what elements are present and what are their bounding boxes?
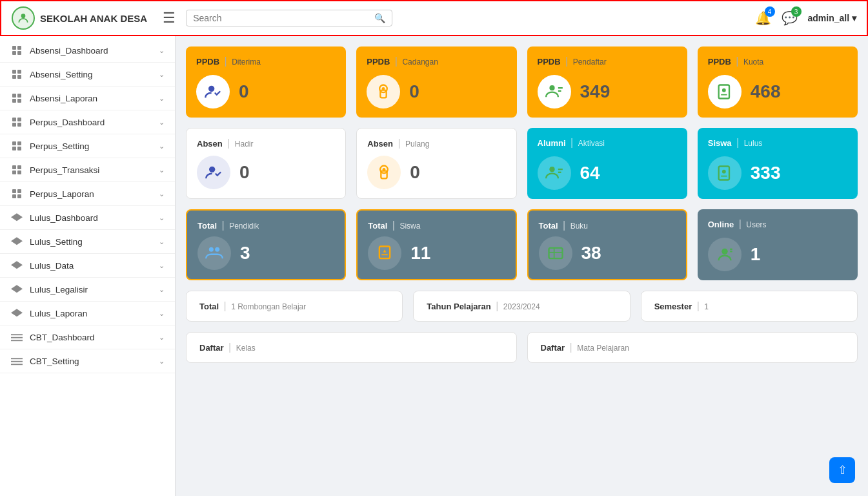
daftar-kelas-title: Daftar [199,343,224,353]
card-absen-pulang-label: Pulang [405,140,429,149]
chevron-icon: ⌄ [159,285,165,294]
daftar-kelas-label: Kelas [236,344,256,353]
svg-marker-35 [383,249,387,253]
sidebar-item-lulus-dashboard[interactable]: Lulus_Dashboard ⌄ [0,206,175,230]
sidebar-label-perpus-setting: Perpus_Setting [30,141,89,151]
absen-cards-row: Absen | Hadir 0 [186,128,858,199]
sidebar-item-perpus-transaksi[interactable]: Perpus_Transaksi ⌄ [0,158,175,182]
svg-point-40 [722,249,727,254]
card-ppdb-pendaftar: PPDB | Pendaftar 349 [527,46,687,118]
card-ppdb-diterima-header: PPDB | Diterima [196,56,336,67]
total-siswa-icon [368,236,401,270]
card-absen-pulang-title: Absen [367,139,393,149]
search-bar: 🔍 [186,10,392,26]
chevron-icon: ⌄ [159,214,165,222]
search-icon: 🔍 [374,13,385,23]
absen-pulang-icon [367,156,401,189]
total-cards-row: Total | Pendidik 3 [186,209,858,280]
lulus-data-icon [10,260,23,271]
ppdb-cards-row: PPDB | Diterima 0 [186,46,858,118]
card-absen-pulang: Absen | Pulang 0 [356,128,516,199]
sidebar-label-perpus-transaksi: Perpus_Transaksi [30,165,99,175]
card-total-buku-label: Buku [570,222,588,231]
lulus-dashboard-icon [10,212,23,223]
card-ppdb-cadangan: PPDB | Cadangan 0 [356,46,516,118]
card-absen-pulang-value: 0 [410,162,420,183]
sidebar-item-lulus-legalisir[interactable]: Lulus_Legalisir ⌄ [0,278,175,302]
topnav-right: 🔔 4 💬 3 admin_all ▾ [755,10,856,26]
sidebar-item-absensi-setting[interactable]: Absensi_Setting ⌄ [0,63,175,87]
card-ppdb-diterima-value: 0 [239,81,249,102]
card-daftar-mapel: Daftar | Mata Pelajaran [527,332,858,363]
sidebar-item-absensi-laporan[interactable]: Absensi_Laporan ⌄ [0,87,175,110]
sidebar-label-cbt-setting: CBT_Setting [30,356,79,366]
messages-button[interactable]: 💬 3 [782,10,798,26]
card-siswa-lulus-value: 333 [751,163,781,183]
card-ppdb-cadangan-value: 0 [409,81,419,102]
sidebar-item-cbt-setting[interactable]: CBT_Setting ⌄ [0,349,175,373]
notifications-button[interactable]: 🔔 4 [755,10,771,26]
sidebar-item-cbt-dashboard[interactable]: CBT_Dashboard ⌄ [0,326,175,349]
card-online-users: Online | Users 1 [698,209,858,280]
sidebar-label-lulus-setting: Lulus_Setting [30,237,83,247]
card-ppdb-diterima-label: Diterima [232,57,261,67]
semester-label: 1 [704,302,709,311]
sidebar-label-absensi-setting: Absensi_Setting [30,70,93,79]
chevron-icon: ⌄ [159,309,165,318]
card-daftar-kelas: Daftar | Kelas [186,332,517,363]
svg-marker-4 [11,285,23,293]
sidebar-label-perpus-dashboard: Perpus_Dashboard [30,118,105,127]
card-ppdb-kuota-value: 468 [751,81,781,102]
semester-title: Semester [654,302,692,311]
card-ppdb-kuota-title: PPDB [708,57,731,67]
sidebar-item-perpus-dashboard[interactable]: Perpus_Dashboard ⌄ [0,110,175,134]
svg-point-32 [209,247,214,252]
tahun-pelajaran-label: 2023/2024 [503,302,540,311]
chevron-icon: ⌄ [159,118,165,127]
card-total-siswa: Total | Siswa 11 [356,209,516,280]
card-ppdb-pendaftar-label: Pendaftar [573,57,607,67]
sidebar: Absensi_Dashboard ⌄ Absensi_Setting ⌄ Ab… [0,36,176,496]
card-total-pendidik-label: Pendidik [229,222,259,231]
total-buku-icon [539,236,572,270]
hamburger-menu[interactable]: ☰ [163,10,176,26]
tahun-pelajaran-title: Tahun Pelajaran [427,302,490,311]
sidebar-item-perpus-laporan[interactable]: Perpus_Laporan ⌄ [0,182,175,206]
chevron-icon: ⌄ [159,333,165,342]
scroll-top-button[interactable]: ⇧ [829,457,855,483]
card-online-label: Users [746,220,766,229]
sidebar-item-lulus-data[interactable]: Lulus_Data ⌄ [0,254,175,278]
perpus-laporan-icon [10,189,23,199]
main-content: PPDB | Diterima 0 [176,36,868,496]
main-layout: Absensi_Dashboard ⌄ Absensi_Setting ⌄ Ab… [0,36,868,496]
sidebar-label-lulus-dashboard: Lulus_Dashboard [30,213,98,223]
chevron-icon: ⌄ [159,238,165,246]
siswa-lulus-icon [708,156,742,190]
card-total-pendidik: Total | Pendidik 3 [186,209,346,280]
lulus-legalisir-icon [10,284,23,294]
card-alumni-aktivasi-title: Alumni [538,138,566,148]
ppdb-cadangan-icon [367,75,400,108]
search-input[interactable] [193,13,374,23]
daftar-mapel-label: Mata Pelajaran [577,344,629,353]
svg-marker-2 [11,237,23,245]
chevron-icon: ⌄ [159,190,165,198]
card-total-pendidik-value: 3 [240,243,250,264]
svg-rect-37 [549,248,562,258]
app-title: SEKOLAH ANAK DESA [40,13,147,24]
svg-point-0 [21,14,26,18]
sidebar-item-perpus-setting[interactable]: Perpus_Setting ⌄ [0,134,175,158]
user-menu[interactable]: admin_all ▾ [808,13,856,23]
card-total-pendidik-title: Total [197,221,217,231]
card-total-buku-value: 38 [581,243,601,264]
sidebar-label-perpus-laporan: Perpus_Laporan [30,189,94,199]
card-ppdb-kuota-label: Kuota [743,57,763,67]
sidebar-item-lulus-laporan[interactable]: Lulus_Laporan ⌄ [0,302,175,326]
sidebar-item-lulus-setting[interactable]: Lulus_Setting ⌄ [0,230,175,254]
card-siswa-lulus: Siswa | Lulus 333 [698,128,858,199]
daftar-mapel-title: Daftar [541,343,565,353]
sidebar-item-absensi-dashboard[interactable]: Absensi_Dashboard ⌄ [0,39,175,63]
notifications-badge: 4 [765,6,775,17]
card-alumni-aktivasi-label: Aktivasi [578,139,605,148]
card-absen-hadir: Absen | Hadir 0 [186,128,346,199]
